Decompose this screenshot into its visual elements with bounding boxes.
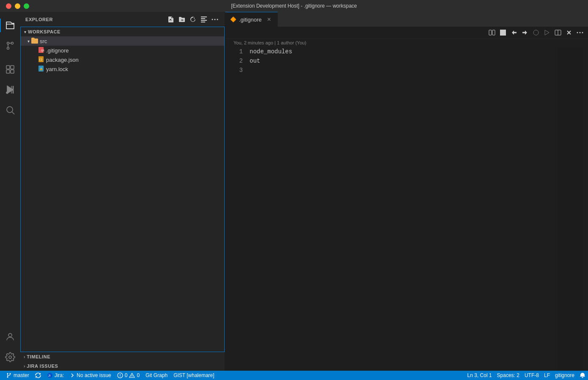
tree-item-src[interactable]: ▾ src bbox=[21, 36, 224, 46]
line-number-3: 3 bbox=[228, 66, 243, 75]
status-encoding[interactable]: UTF-8 bbox=[522, 371, 541, 380]
svg-text:.gi: .gi bbox=[39, 49, 44, 52]
tree-label-package: package.json bbox=[46, 57, 79, 63]
activity-item-source-control[interactable] bbox=[0, 36, 20, 56]
file-tree: ▾ src .gi .gitignore {} bbox=[21, 36, 224, 352]
status-right: Ln 3, Col 1 Spaces: 2 UTF-8 LF gitignore bbox=[465, 371, 588, 380]
go-back-button[interactable] bbox=[509, 28, 519, 37]
line-ending-label: LF bbox=[544, 372, 550, 378]
toggle-sidebar-button[interactable] bbox=[498, 28, 508, 37]
refresh-button[interactable] bbox=[188, 15, 198, 24]
settings-icon bbox=[5, 352, 15, 362]
blame-text: You, 2 minutes ago | 1 author (You) bbox=[234, 40, 306, 45]
status-bell[interactable] bbox=[577, 371, 588, 380]
svg-point-2 bbox=[7, 42, 9, 44]
error-count: 0 bbox=[125, 372, 128, 378]
svg-point-1 bbox=[11, 42, 14, 44]
code-content[interactable]: node_modules out bbox=[246, 47, 558, 371]
svg-point-30 bbox=[577, 32, 578, 33]
code-editor[interactable]: 1 2 3 node_modules out bbox=[225, 47, 588, 371]
activity-item-search[interactable] bbox=[0, 100, 20, 120]
spaces-label: Spaces: 2 bbox=[497, 372, 519, 378]
svg-rect-3 bbox=[6, 66, 10, 69]
editor-tab-gitignore[interactable]: 🔶 .gitignore ✕ bbox=[225, 12, 278, 27]
more-editor-actions-button[interactable] bbox=[575, 28, 585, 37]
more-actions-button[interactable] bbox=[210, 15, 220, 24]
workspace-label: WORKSPACE bbox=[28, 29, 60, 34]
tree-item-package[interactable]: {} package.json bbox=[21, 55, 224, 64]
close-button[interactable] bbox=[6, 3, 11, 9]
editor-area: 🔶 .gitignore ✕ bbox=[225, 12, 588, 371]
status-line-ending[interactable]: LF bbox=[541, 371, 552, 380]
tab-filename: .gitignore bbox=[239, 17, 261, 23]
activity-item-extensions[interactable] bbox=[0, 59, 20, 80]
status-errors[interactable]: 0 0 bbox=[115, 371, 142, 380]
svg-point-11 bbox=[7, 107, 13, 113]
svg-point-35 bbox=[7, 377, 8, 378]
new-folder-button[interactable] bbox=[177, 15, 187, 24]
svg-text:🔒: 🔒 bbox=[39, 67, 43, 71]
editor-scrollbar[interactable] bbox=[583, 47, 588, 371]
source-control-icon bbox=[5, 41, 15, 51]
minimize-button[interactable] bbox=[15, 3, 20, 9]
status-no-issue[interactable]: No active issue bbox=[67, 371, 113, 380]
cursor-position: Ln 3, Col 1 bbox=[467, 372, 492, 378]
status-gist[interactable]: GIST [whalemare] bbox=[171, 371, 217, 380]
code-line-2: out bbox=[250, 56, 554, 66]
close-editor-button[interactable] bbox=[564, 28, 574, 37]
sync-icon bbox=[35, 372, 41, 378]
sidebar-actions bbox=[166, 15, 220, 24]
status-spaces[interactable]: Spaces: 2 bbox=[495, 371, 522, 380]
blame-info: You, 2 minutes ago | 1 author (You) bbox=[225, 39, 588, 47]
jira-chevron: › bbox=[24, 364, 25, 369]
yarn-icon: 🔒 bbox=[38, 65, 44, 73]
status-language[interactable]: gitignore bbox=[552, 371, 577, 380]
status-position[interactable]: Ln 3, Col 1 bbox=[465, 371, 495, 380]
tree-label-gitignore: .gitignore bbox=[46, 47, 69, 54]
tree-item-gitignore[interactable]: .gi .gitignore bbox=[21, 46, 224, 55]
timeline-label: TIMELINE bbox=[27, 354, 50, 359]
activity-item-explorer[interactable] bbox=[0, 15, 20, 36]
svg-point-40 bbox=[120, 376, 121, 377]
error-icon bbox=[117, 372, 123, 378]
timeline-panel-header[interactable]: › TIMELINE bbox=[20, 352, 225, 361]
tree-item-yarn[interactable]: 🔒 yarn.lock bbox=[21, 64, 224, 74]
svg-point-0 bbox=[7, 47, 9, 50]
svg-point-14 bbox=[9, 356, 11, 358]
status-branch[interactable]: master bbox=[3, 371, 32, 380]
run-button[interactable] bbox=[542, 28, 552, 37]
status-git-graph[interactable]: Git Graph bbox=[143, 371, 170, 380]
status-sync[interactable] bbox=[33, 371, 44, 380]
new-file-button[interactable] bbox=[166, 15, 176, 24]
status-bar: master Ji Jira: No active issue 0 0 Git … bbox=[0, 371, 588, 380]
tree-label-src: src bbox=[40, 38, 47, 44]
account-icon bbox=[5, 332, 15, 342]
svg-rect-24 bbox=[489, 30, 492, 35]
tab-close-button[interactable]: ✕ bbox=[266, 16, 272, 23]
sidebar: EXPLORER bbox=[20, 12, 225, 371]
status-left: master Ji Jira: No active issue 0 0 Git … bbox=[0, 371, 220, 380]
explorer-panel: ▾ WORKSPACE ▾ src .gi .gi bbox=[20, 27, 225, 352]
jira-panel-header[interactable]: › JIRA ISSUES bbox=[20, 361, 225, 371]
bell-icon bbox=[580, 372, 585, 378]
split-editor-right-button[interactable] bbox=[553, 28, 563, 37]
activity-bar bbox=[0, 12, 20, 371]
status-jira[interactable]: Ji Jira: bbox=[44, 371, 67, 380]
workspace-header[interactable]: ▾ WORKSPACE bbox=[21, 27, 224, 36]
activity-item-account[interactable] bbox=[0, 327, 20, 347]
editor-toolbar bbox=[225, 27, 588, 39]
svg-point-42 bbox=[132, 377, 133, 377]
svg-point-15 bbox=[212, 19, 213, 20]
open-changes-button[interactable] bbox=[531, 28, 541, 37]
split-editor-button[interactable] bbox=[487, 28, 497, 37]
maximize-button[interactable] bbox=[24, 3, 29, 9]
activity-item-run[interactable] bbox=[0, 80, 20, 100]
collapse-all-button[interactable] bbox=[199, 15, 209, 24]
svg-point-26 bbox=[533, 30, 539, 35]
activity-item-settings[interactable] bbox=[0, 347, 20, 367]
files-icon bbox=[5, 20, 15, 30]
svg-marker-27 bbox=[545, 30, 549, 35]
go-forward-button[interactable] bbox=[520, 28, 530, 37]
warning-count: 0 bbox=[137, 372, 140, 378]
minimap bbox=[558, 47, 583, 371]
